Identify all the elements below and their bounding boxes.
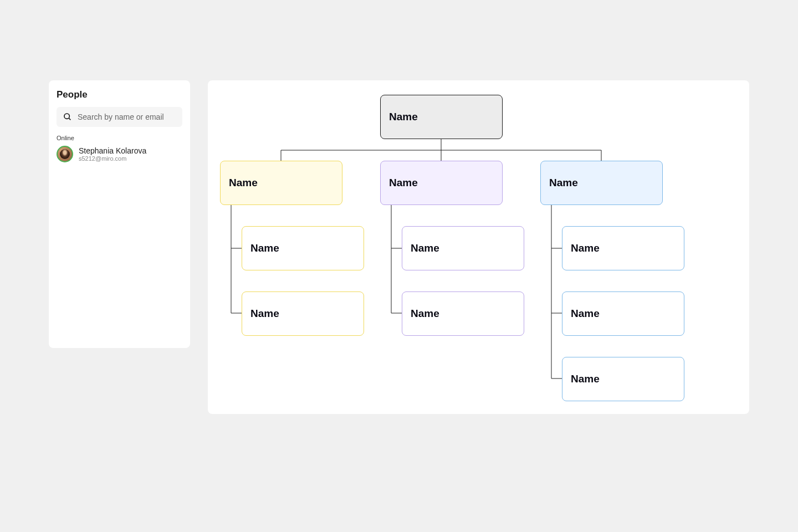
org-node-child-blue[interactable]: Name [562, 226, 684, 270]
node-label: Name [250, 308, 279, 320]
person-info: Stephania Kolarova s5212@miro.com [79, 146, 146, 162]
svg-line-1 [69, 118, 70, 120]
org-node-child-blue[interactable]: Name [562, 357, 684, 401]
node-label: Name [411, 308, 439, 320]
node-label: Name [411, 242, 439, 254]
org-node-branch-purple[interactable]: Name [380, 161, 503, 205]
search-icon [63, 112, 72, 121]
person-name: Stephania Kolarova [79, 146, 146, 156]
panel-title: People [57, 89, 182, 100]
online-section-label: Online [57, 135, 182, 141]
org-chart-canvas[interactable]: Name Name Name Name Name Name Name Name … [208, 80, 749, 414]
search-box[interactable] [57, 107, 182, 127]
search-input[interactable] [78, 112, 176, 121]
org-node-root[interactable]: Name [380, 95, 503, 139]
org-node-branch-yellow[interactable]: Name [220, 161, 342, 205]
org-node-child-yellow[interactable]: Name [242, 291, 364, 336]
svg-point-0 [64, 114, 69, 119]
org-node-child-yellow[interactable]: Name [242, 226, 364, 270]
node-label: Name [389, 177, 418, 189]
node-label: Name [571, 308, 600, 320]
person-email: s5212@miro.com [79, 155, 146, 162]
org-node-child-blue[interactable]: Name [562, 291, 684, 336]
people-panel: People Online Stephania Kolarova s5212@m… [49, 80, 190, 348]
org-node-branch-blue[interactable]: Name [540, 161, 663, 205]
node-label: Name [389, 111, 418, 123]
org-node-child-purple[interactable]: Name [402, 226, 524, 270]
node-label: Name [571, 242, 600, 254]
node-label: Name [250, 242, 279, 254]
person-item[interactable]: Stephania Kolarova s5212@miro.com [57, 146, 182, 162]
node-label: Name [571, 373, 600, 385]
avatar [57, 146, 73, 162]
org-node-child-purple[interactable]: Name [402, 291, 524, 336]
node-label: Name [229, 177, 258, 189]
node-label: Name [549, 177, 578, 189]
